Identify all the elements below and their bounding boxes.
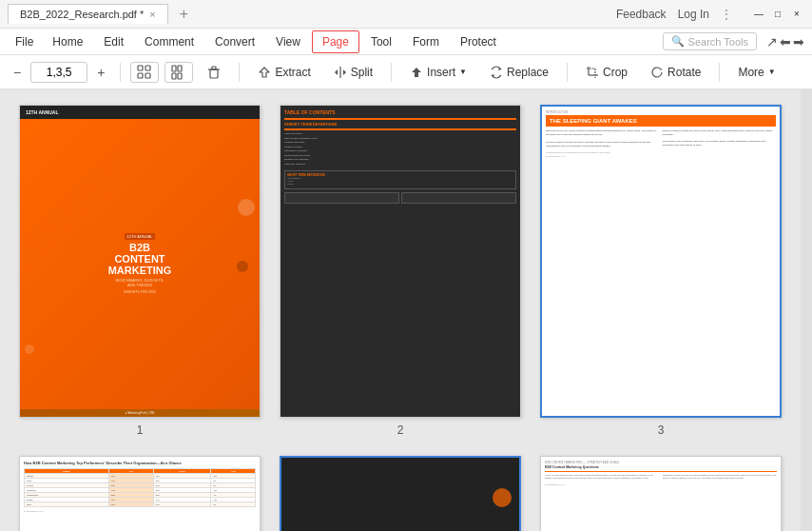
svg-rect-10: [212, 67, 216, 69]
rotate-btn[interactable]: Rotate: [642, 62, 709, 83]
page-thumb-6: B2B CONTENT MARKETING — STRATEGY AND GOA…: [540, 456, 782, 531]
crop-label: Crop: [603, 66, 628, 79]
replace-label: Replace: [507, 66, 549, 79]
title-bar-right: Feedback Log In ⋮ — □ ×: [616, 7, 804, 22]
zoom-in-btn[interactable]: +: [91, 63, 110, 82]
window-controls: — □ ×: [751, 7, 804, 22]
page-frame-5[interactable]: STRATEGY, OPINIONS & OVERALL SUCCESS: [280, 456, 521, 531]
menu-file[interactable]: File: [8, 33, 41, 50]
svg-marker-15: [412, 68, 421, 77]
replace-icon: [490, 66, 503, 79]
extract-label: Extract: [275, 66, 310, 79]
menu-convert[interactable]: Convert: [205, 31, 264, 52]
zoom-out-btn[interactable]: −: [8, 63, 27, 82]
more-label: More: [738, 66, 764, 79]
login-link[interactable]: Log In: [678, 8, 709, 21]
extract-btn[interactable]: Extract: [249, 62, 319, 83]
svg-rect-8: [210, 69, 218, 78]
external-link-icon[interactable]: ↗: [766, 34, 778, 49]
svg-rect-7: [178, 73, 182, 79]
insert-label: Insert: [427, 66, 455, 79]
svg-rect-0: [138, 66, 143, 70]
svg-rect-3: [145, 73, 150, 78]
menu-comment[interactable]: Comment: [135, 31, 203, 52]
search-tools-label: Search Tools: [688, 36, 748, 48]
menu-protect[interactable]: Protect: [451, 31, 506, 52]
scrollbar[interactable]: [801, 89, 812, 531]
forward-icon[interactable]: ➡: [793, 34, 804, 49]
svg-marker-11: [260, 68, 269, 77]
menu-home[interactable]: Home: [43, 31, 92, 52]
more-btn[interactable]: More ▼: [729, 62, 783, 83]
extract-icon: [258, 66, 271, 79]
page-thumb-1: 12TH ANNUAL 12TH ANNUAL B2BCONTENTMARKET…: [19, 105, 261, 437]
toolbar: − + Extract Split Insert ▼ Replace Crop …: [0, 55, 812, 89]
split-btn[interactable]: Split: [325, 62, 381, 83]
more-dropdown-icon: ▼: [768, 68, 776, 76]
delete-btn[interactable]: [199, 62, 229, 83]
svg-marker-13: [335, 69, 338, 75]
menu-page[interactable]: Page: [312, 30, 359, 53]
svg-rect-5: [178, 66, 182, 71]
svg-rect-6: [172, 73, 176, 79]
trash-icon: [207, 66, 221, 79]
page-frame-2[interactable]: TABLE OF CONTENTS SURVEY TERM DEFINITION…: [280, 105, 521, 418]
page-num-3: 3: [658, 423, 665, 437]
menu-form[interactable]: Form: [403, 31, 449, 52]
crop-btn[interactable]: Crop: [577, 62, 636, 83]
page-frame-1[interactable]: 12TH ANNUAL 12TH ANNUAL B2BCONTENTMARKET…: [19, 105, 261, 418]
crop-icon: [586, 66, 599, 79]
page-thumb-5: STRATEGY, OPINIONS & OVERALL SUCCESS 5: [280, 456, 521, 531]
close-btn[interactable]: ×: [789, 7, 804, 22]
svg-rect-4: [172, 66, 176, 71]
rotate-label: Rotate: [667, 66, 701, 79]
minimize-btn[interactable]: —: [751, 7, 766, 22]
zoom-input[interactable]: [30, 62, 87, 83]
insert-icon: [410, 66, 423, 79]
rotate-icon: [650, 66, 664, 79]
new-tab-btn[interactable]: +: [176, 6, 192, 23]
page-num-1: 1: [137, 423, 144, 437]
svg-marker-22: [660, 69, 662, 71]
page-frame-4[interactable]: How B2B Content Marketing Top Performers…: [19, 456, 261, 531]
organize-pages-btn2[interactable]: [164, 62, 193, 83]
replace-btn[interactable]: Replace: [481, 62, 557, 83]
page-thumb-3: INTRODUCTION THE SLEEPING GIANT AWAKES W…: [540, 105, 782, 437]
title-bar: B2B_2022_Research.pdf * × + Feedback Log…: [0, 0, 812, 29]
menu-view[interactable]: View: [266, 31, 310, 52]
svg-rect-1: [145, 66, 150, 70]
organize-pages-btn1[interactable]: [130, 62, 159, 83]
maximize-btn[interactable]: □: [770, 7, 785, 22]
document-tab[interactable]: B2B_2022_Research.pdf * ×: [8, 4, 168, 24]
page-thumb-4: How B2B Content Marketing Top Performers…: [19, 456, 261, 531]
insert-btn[interactable]: Insert ▼: [401, 62, 475, 83]
search-icon: 🔍: [671, 35, 685, 48]
page-frame-3[interactable]: INTRODUCTION THE SLEEPING GIANT AWAKES W…: [540, 105, 782, 418]
zoom-controls: − +: [8, 62, 110, 83]
document-filename: B2B_2022_Research.pdf *: [20, 9, 144, 20]
grid-icon: [137, 65, 152, 80]
page-thumb-2: TABLE OF CONTENTS SURVEY TERM DEFINITION…: [280, 105, 521, 437]
split-label: Split: [351, 66, 373, 79]
insert-dropdown-icon: ▼: [459, 68, 467, 76]
grid-layout-icon: [171, 65, 186, 80]
feedback-link[interactable]: Feedback: [616, 8, 667, 21]
main-content: 12TH ANNUAL 12TH ANNUAL B2BCONTENTMARKET…: [0, 89, 812, 531]
back-icon[interactable]: ⬅: [780, 34, 791, 49]
svg-marker-14: [343, 69, 346, 75]
split-icon: [334, 66, 347, 79]
page-grid: 12TH ANNUAL 12TH ANNUAL B2BCONTENTMARKET…: [0, 89, 801, 531]
svg-rect-2: [138, 73, 143, 78]
page-num-2: 2: [397, 423, 404, 437]
page-frame-6[interactable]: B2B CONTENT MARKETING — STRATEGY AND GOA…: [540, 456, 782, 531]
title-bar-left: B2B_2022_Research.pdf * × +: [8, 4, 192, 24]
search-tools-box[interactable]: 🔍 Search Tools: [663, 32, 757, 50]
vertical-dots-icon[interactable]: ⋮: [721, 8, 732, 21]
menu-bar: File Home Edit Comment Convert View Page…: [0, 29, 812, 55]
menu-tool[interactable]: Tool: [361, 31, 401, 52]
menu-edit[interactable]: Edit: [94, 31, 133, 52]
tab-close-btn[interactable]: ×: [149, 9, 155, 20]
